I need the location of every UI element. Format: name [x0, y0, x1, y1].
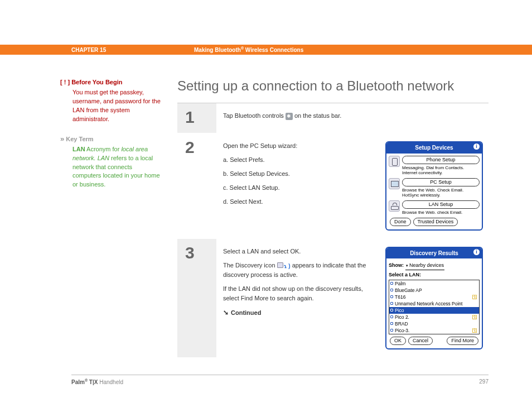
- lan-setup-desc: Browse the Web. check Email.: [402, 210, 480, 215]
- footer-rule: [71, 375, 489, 375]
- step-1: 1 Tap Bluetooth controls ✱ on the status…: [177, 103, 489, 133]
- select-lan-label: Select a LAN:: [389, 271, 480, 279]
- discovery-icon: ɿ ): [277, 262, 291, 270]
- phone-setup-button: Phone Setup: [402, 156, 480, 164]
- lan-setup-button: LAN Setup: [402, 200, 480, 209]
- show-row: Show: ▾ Nearby devices: [389, 261, 480, 271]
- device-title: Setup Devices: [415, 143, 453, 152]
- list-item-selected: Pico: [389, 307, 479, 314]
- key-icon: ⚿: [472, 294, 477, 300]
- step-1-text: Tap Bluetooth controls ✱ on the status b…: [223, 111, 483, 125]
- list-item: BlueGate AP: [389, 287, 479, 294]
- step-number: 1: [185, 108, 209, 127]
- key-icon: ⚿: [472, 327, 477, 334]
- continued-label: ➘Continued: [223, 308, 379, 318]
- page-title: Setting up a connection to a Bluetooth n…: [177, 78, 489, 94]
- product-name: Palm® T|X Handheld: [71, 379, 123, 385]
- done-button: Done: [390, 218, 411, 226]
- device-title: Discovery Results: [410, 249, 458, 258]
- sidebar: [ ! ] Before You Begin You must get the …: [60, 78, 177, 365]
- step-3: 3 Select a LAN and select OK. The Discov…: [177, 239, 489, 358]
- step-number: 2: [185, 138, 209, 157]
- chapter-number: CHAPTER 15: [71, 47, 194, 53]
- discovery-results-screenshot: Discovery Results i Show: ▾ Nearby devic…: [385, 247, 483, 349]
- list-item: Unnamed Network Access Point: [389, 300, 479, 307]
- phone-icon: [389, 156, 400, 167]
- before-you-begin-body: You must get the passkey, username, and …: [60, 88, 161, 124]
- list-item: T616⚿: [389, 294, 479, 300]
- phone-setup-desc: Messaging. Dial from Contacts. Internet …: [402, 165, 480, 176]
- chapter-header: CHAPTER 15 Making Bluetooth® Wireless Co…: [0, 45, 532, 55]
- main-content: Setting up a connection to a Bluetooth n…: [177, 78, 489, 365]
- list-item: BRAD: [389, 320, 479, 327]
- key-icon: ⚿: [472, 314, 477, 320]
- pc-setup-desc: Browse the Web. Check Email. HotSync wir…: [402, 188, 480, 198]
- setup-devices-screenshot: Setup Devices i Phone Setup Messaging. D…: [385, 141, 483, 230]
- chapter-title: Making Bluetooth® Wireless Connections: [194, 46, 303, 53]
- ok-button: OK: [390, 337, 406, 345]
- alert-marker: [ ! ]: [60, 79, 70, 85]
- info-icon: i: [473, 143, 480, 150]
- cancel-button: Cancel: [408, 337, 433, 345]
- step-number: 3: [185, 243, 209, 262]
- lan-list: Palm BlueGate AP T616⚿ Unnamed Network A…: [389, 280, 480, 334]
- list-item: Pico 2.⚿: [389, 314, 479, 320]
- pc-icon: [389, 178, 400, 189]
- steps-list: 1 Tap Bluetooth controls ✱ on the status…: [177, 103, 489, 358]
- footer: Palm® T|X Handheld 297: [71, 379, 489, 385]
- before-you-begin-title: Before You Begin: [71, 79, 122, 85]
- step-2: 2 Open the PC Setup wizard: a. Select Pr…: [177, 133, 489, 238]
- key-term-title: Key Term: [66, 136, 93, 142]
- trusted-devices-button: Trusted Devices: [413, 218, 458, 226]
- bluetooth-icon: ✱: [286, 113, 293, 120]
- key-term-marker: »: [60, 135, 64, 143]
- list-item: Palm: [389, 280, 479, 287]
- before-you-begin-block: [ ! ] Before You Begin You must get the …: [60, 78, 161, 124]
- key-term-body: LAN Acronym for local area network. LAN …: [60, 145, 161, 190]
- step-2-text: Open the PC Setup wizard: a. Select Pref…: [223, 141, 379, 230]
- pc-setup-button: PC Setup: [402, 178, 480, 186]
- info-icon: i: [473, 249, 480, 255]
- find-more-button: Find More: [447, 337, 478, 345]
- continued-arrow-icon: ➘: [223, 308, 229, 318]
- router-icon: [389, 200, 400, 212]
- step-3-text: Select a LAN and select OK. The Discover…: [223, 247, 379, 349]
- list-item: Pico-3.⚿: [389, 327, 479, 334]
- page-number: 297: [479, 379, 489, 385]
- key-term-block: » Key Term LAN Acronym for local area ne…: [60, 135, 161, 190]
